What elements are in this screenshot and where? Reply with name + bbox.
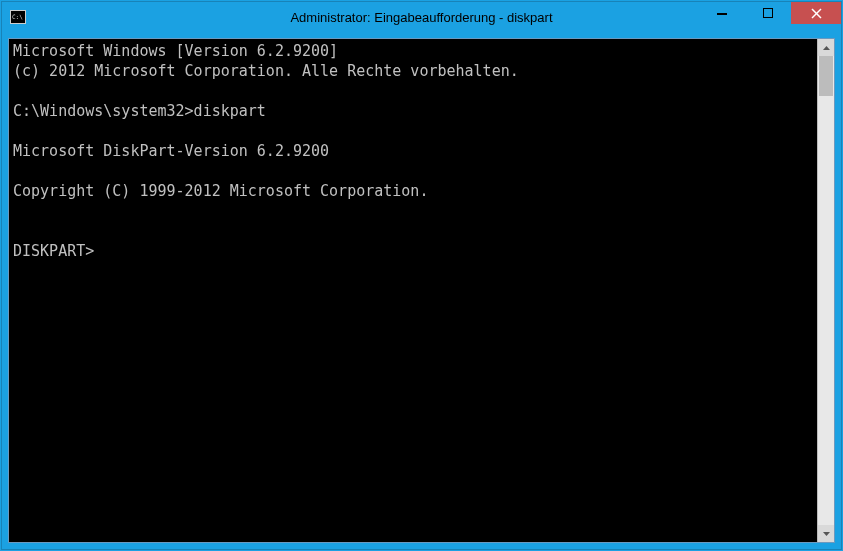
minimize-button[interactable] bbox=[699, 2, 745, 24]
svg-rect-0 bbox=[717, 13, 727, 15]
window-controls bbox=[699, 2, 841, 32]
minimize-icon bbox=[717, 8, 727, 18]
svg-rect-1 bbox=[764, 9, 773, 18]
svg-marker-4 bbox=[823, 46, 830, 50]
titlebar[interactable]: Administrator: Eingabeaufforderung - dis… bbox=[2, 2, 841, 32]
scroll-thumb[interactable] bbox=[819, 56, 833, 96]
client-area: Microsoft Windows [Version 6.2.9200] (c)… bbox=[2, 32, 841, 549]
console-container: Microsoft Windows [Version 6.2.9200] (c)… bbox=[8, 38, 835, 543]
maximize-icon bbox=[763, 8, 773, 18]
chevron-down-icon bbox=[823, 532, 830, 536]
chevron-up-icon bbox=[823, 46, 830, 50]
console-output[interactable]: Microsoft Windows [Version 6.2.9200] (c)… bbox=[9, 39, 817, 542]
scroll-track[interactable] bbox=[818, 56, 834, 525]
vertical-scrollbar[interactable] bbox=[817, 39, 834, 542]
maximize-button[interactable] bbox=[745, 2, 791, 24]
scroll-up-button[interactable] bbox=[818, 39, 834, 56]
scroll-down-button[interactable] bbox=[818, 525, 834, 542]
svg-marker-5 bbox=[823, 532, 830, 536]
cmd-icon bbox=[10, 10, 26, 24]
application-window: Administrator: Eingabeaufforderung - dis… bbox=[1, 1, 842, 550]
close-icon bbox=[811, 8, 822, 19]
close-button[interactable] bbox=[791, 2, 841, 24]
